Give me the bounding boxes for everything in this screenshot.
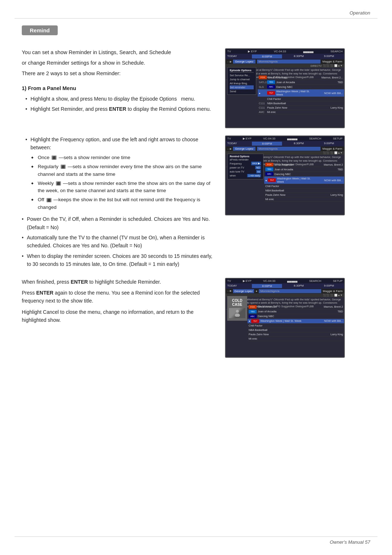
tv-ch-row: SLG ABC Dancing NBC — [258, 85, 344, 89]
tv-ch-row: SATL1S TBS Joan of Arcadia TBD — [258, 80, 344, 85]
bottom-rule — [15, 536, 377, 537]
tv-channel-list-1: FOX Great American Marnvs. Brent 2... SA… — [258, 75, 344, 127]
tv-ch-row: Chill Factor — [258, 97, 344, 101]
tv-show-row-2: -- ▶ George Lopez Mornnichigm/a Maggie &… — [226, 146, 344, 151]
cold-case-label: COLDCASE — [232, 299, 242, 307]
bullet-list-1: Highlight a show, and press Menu to disp… — [25, 95, 214, 113]
section1-heading: 1) From a Panel Menu — [22, 85, 214, 91]
final-para-1: When finished, press ENTER to highlight … — [22, 278, 214, 286]
remind-options-panel: Remind Options aFredu reminder Frequency… — [227, 154, 264, 179]
sub-bullet-weekly: Weekly ⬛ —sets a show reminder each time… — [29, 180, 214, 195]
bullet-freq-main: Highlight the Frequency option, and use … — [25, 135, 214, 152]
final-left: When finished, press ENTER to highlight … — [22, 278, 214, 327]
tv-options-panel-1: Episode Options Set Service Re... Jump t… — [227, 67, 256, 95]
main-content: Remind You can set a show Reminder in Li… — [22, 25, 370, 530]
intro-left: You can set a show Reminder in Listings,… — [22, 48, 214, 117]
tv-ch-row-highlighted: ● TNT Washington Week | Wall St. Week NO… — [258, 89, 344, 97]
cold-case-thumbnail: COLDCASE — [227, 296, 247, 321]
final-para-2: Press ENTER again to close the menu. You… — [22, 289, 214, 305]
intro-line2: or change Reminder settings for a show i… — [22, 59, 214, 67]
page-header: Operation — [350, 10, 370, 16]
screen2-container: TV ▶ EYP VC-04:33 ▄▄▄▄▄ SEARCH SETUP TOD… — [225, 135, 345, 215]
bullet-when-display: When to display the reminder screen. Cho… — [22, 252, 214, 268]
tv-ch-row: FOX Great American Marnvs. Brent 2... — [258, 75, 344, 80]
person-silhouette-icon — [234, 309, 241, 317]
top-rule — [15, 18, 377, 19]
tv-screen-3: TV ▶ EYP VC-04:33 ▄▄▄▄▄ SEARCH SETUP TOD… — [225, 278, 345, 358]
bullet-1-2: Highlight Set Reminder, and press ENTER … — [25, 105, 214, 113]
tv-ch-row: C111 Paula Zahn Now Larry King — [258, 106, 344, 110]
once-icon: ⬛ — [52, 155, 57, 160]
final-para-3: Highlight Cancel to close the menu, chan… — [22, 308, 214, 324]
tv-header-bar-3: TV ▶ EYP VC-04:33 ▄▄▄▄▄ SEARCH SETUP — [226, 279, 344, 283]
intro-line1: You can set a show Reminder in Listings,… — [22, 48, 214, 57]
frequency-section: Highlight the Frequency option, and use … — [22, 135, 370, 271]
opt-row-frequency: Frequency once ▶ — [230, 162, 261, 165]
opt-row-autotune: auto tune TV no — [230, 170, 261, 173]
tv-screen-1: TV ▶ EYP VC-04:33 ▄▄▄▄▄ SEARCH TODAY 8:0… — [225, 48, 345, 128]
screen1-container: TV ▶ EYP VC-04:33 ▄▄▄▄▄ SEARCH TODAY 8:0… — [225, 48, 345, 128]
final-section: When finished, press ENTER to highlight … — [22, 278, 370, 358]
frequency-bullet-list: Highlight the Frequency option, and use … — [25, 135, 214, 211]
regularly-icon: ⬛ — [61, 165, 66, 169]
opt-row-power: power on TV NO — [230, 166, 261, 169]
tv-ch-row: AMC Mi enic — [258, 110, 344, 114]
sub-bullet-off: Off ⬛ —keeps the show in the list but wi… — [29, 196, 214, 211]
tv-time-bar-3: TODAY 8:00PM 8:30PM 9:00PM — [226, 283, 344, 289]
tv-time-bar-1: TODAY 8:00PM 8:30PM 9:00PM — [226, 54, 344, 59]
header-label: Operation — [350, 10, 370, 16]
off-icon: ⬛ — [46, 198, 52, 202]
frequency-left: Highlight the Frequency option, and use … — [22, 135, 214, 271]
tv-show-row-1: -- ▶ George Lopez Mornnichigm/a Maggie &… — [226, 59, 344, 64]
bullet-1-1: Highlight a show, and press Menu to disp… — [25, 95, 214, 103]
footer-label: Owner's Manual 57 — [330, 539, 370, 545]
tv-time-bar-2: TODAY 8:00PM 8:30PM 9:00PM — [226, 141, 344, 146]
tv-show-row-3: -- ▶ George Lopez ● Mornnichigm/a Maggie… — [226, 289, 344, 293]
tv-ch-row: C111 NBA Basketball — [258, 101, 344, 106]
bullet-power-on: Power On the TV, if Off, when a Reminder… — [22, 215, 214, 231]
tv-screen-2: TV ▶ EYP VC-04:33 ▄▄▄▄▄ SEARCH SETUP TOD… — [225, 135, 345, 215]
intro-section: You can set a show Reminder in Listings,… — [22, 48, 370, 128]
weekly-icon: ⬛ — [56, 181, 61, 186]
sub-bullet-regularly: Regularly ⬛ —sets a show reminder every … — [29, 163, 214, 178]
sub-bullet-once: Once ⬛ —sets a show reminder one time — [29, 154, 214, 162]
power-bullets: Power On the TV, if Off, when a Reminder… — [22, 215, 214, 268]
screen3-container: TV ▶ EYP VC-04:33 ▄▄▄▄▄ SEARCH SETUP TOD… — [225, 278, 345, 358]
intro-line3: There are 2 ways to set a show Reminder: — [22, 69, 214, 78]
remind-section: Remind — [22, 25, 370, 42]
cold-case-image — [229, 308, 245, 318]
tv-channel-list-2: FOX Great American Marnvs. Brent 2 TBS J… — [264, 162, 344, 215]
tv-header-bar-1: TV ▶ EYP VC-04:33 ▄▄▄▄▄ SEARCH — [226, 49, 344, 54]
tv-channel-list-3: FOX Great American Marnvs. Brent 2 TBS J… — [248, 305, 344, 357]
page-footer: Owner's Manual 57 — [330, 539, 370, 545]
tv-header-bar-2: TV ▶ EYP VC-04:33 ▄▄▄▄▄ SEARCH SETUP — [226, 136, 344, 141]
opt-row-when: when 1 min early — [230, 174, 261, 177]
svg-point-0 — [236, 310, 239, 313]
remind-badge: Remind — [22, 25, 58, 35]
svg-point-1 — [235, 313, 240, 317]
bullet-auto-tune: Automatically tune the TV to the channel… — [22, 234, 214, 250]
